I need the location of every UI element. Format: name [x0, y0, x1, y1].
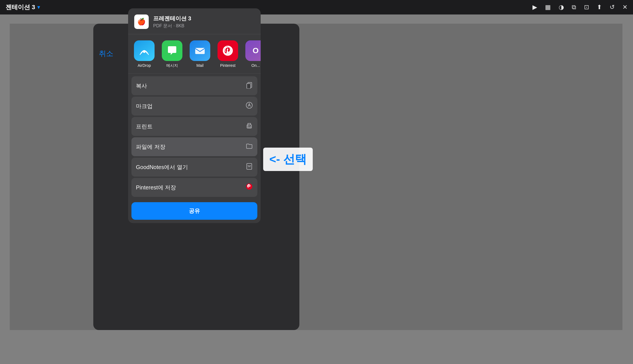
file-name: 프레젠테이션 3 [153, 15, 191, 22]
tools-icon[interactable]: ✕ [622, 4, 627, 11]
cancel-button[interactable]: 취소 [99, 49, 113, 58]
svg-point-8 [248, 125, 248, 126]
airdrop-icon [134, 40, 155, 61]
pinterest-icon [217, 40, 238, 61]
partial-app-label: On... [251, 63, 260, 68]
share-header: 🍎 프레젠테이션 3 PDF 문서 · 8KB [128, 8, 261, 34]
share-sheet: 🍎 프레젠테이션 3 PDF 문서 · 8KB AirDrop [128, 8, 261, 223]
svg-rect-1 [195, 48, 205, 54]
messages-icon [162, 40, 182, 61]
app-item-partial[interactable]: O On... [245, 40, 261, 68]
pinterest-label: Pinterest [220, 63, 235, 68]
chevron-down-icon[interactable]: ▾ [37, 4, 40, 10]
print-icon [246, 122, 253, 131]
svg-rect-9 [247, 163, 252, 169]
action-list: 복사 마크업 프린트 [128, 74, 261, 201]
svg-rect-7 [248, 126, 251, 128]
share-button-label: 공유 [189, 208, 200, 214]
copy-icon [246, 81, 253, 90]
toolbar-icons: ▶ ▦ ◑ ⧉ ⊡ ⬆ ↺ ✕ [532, 4, 627, 11]
table-icon[interactable]: ▦ [545, 4, 551, 11]
toolbar-title: 젠테이션 3 ▾ [6, 3, 40, 11]
presentation-title: 젠테이션 3 [6, 3, 35, 11]
action-save-files[interactable]: 파일에 저장 [131, 137, 257, 156]
app-item-pinterest[interactable]: Pinterest [217, 40, 239, 68]
action-markup[interactable]: 마크업 [131, 97, 257, 116]
annotation-box: <- 선택 [263, 148, 313, 171]
action-pinterest-save[interactable]: Pinterest에 저장 [131, 178, 257, 197]
app-icons-row: AirDrop 메시지 Mail [128, 34, 261, 74]
app-item-airdrop[interactable]: AirDrop [133, 40, 155, 68]
action-goodnotes-label: GoodNotes에서 열기 [136, 163, 188, 171]
action-pinterest-save-label: Pinterest에 저장 [136, 184, 176, 191]
action-markup-label: 마크업 [136, 102, 153, 110]
file-info: 프레젠테이션 3 PDF 문서 · 8KB [153, 15, 191, 29]
play-icon[interactable]: ▶ [532, 4, 537, 11]
airdrop-label: AirDrop [138, 63, 151, 68]
action-print[interactable]: 프린트 [131, 117, 257, 136]
goodnotes-icon [246, 163, 253, 172]
file-thumbnail: 🍎 [134, 14, 149, 29]
action-print-label: 프린트 [136, 123, 153, 130]
action-goodnotes[interactable]: GoodNotes에서 열기 [131, 158, 257, 177]
chart-icon[interactable]: ◑ [559, 4, 564, 11]
share-icon[interactable]: ⬆ [597, 4, 602, 11]
file-meta: PDF 문서 · 8KB [153, 23, 191, 29]
image-icon[interactable]: ⊡ [584, 4, 589, 11]
mail-icon [190, 40, 210, 61]
history-icon[interactable]: ↺ [610, 4, 615, 11]
messages-label: 메시지 [166, 63, 178, 68]
partial-app-icon: O [245, 40, 261, 61]
svg-rect-4 [247, 84, 251, 89]
pinterest-save-icon [246, 183, 253, 192]
action-copy-label: 복사 [136, 82, 147, 90]
action-copy[interactable]: 복사 [131, 76, 257, 95]
folder-icon [246, 142, 253, 151]
arrow-annotation: <- 선택 [263, 148, 313, 171]
layers-icon[interactable]: ⧉ [572, 4, 576, 11]
mail-label: Mail [196, 63, 204, 68]
markup-icon [246, 102, 253, 111]
app-item-messages[interactable]: 메시지 [161, 40, 183, 68]
action-save-files-label: 파일에 저장 [136, 143, 165, 151]
annotation-text: <- 선택 [269, 153, 307, 166]
toolbar: 젠테이션 3 ▾ ▶ ▦ ◑ ⧉ ⊡ ⬆ ↺ ✕ [0, 0, 633, 14]
app-item-mail[interactable]: Mail [189, 40, 211, 68]
share-button[interactable]: 공유 [131, 202, 257, 220]
